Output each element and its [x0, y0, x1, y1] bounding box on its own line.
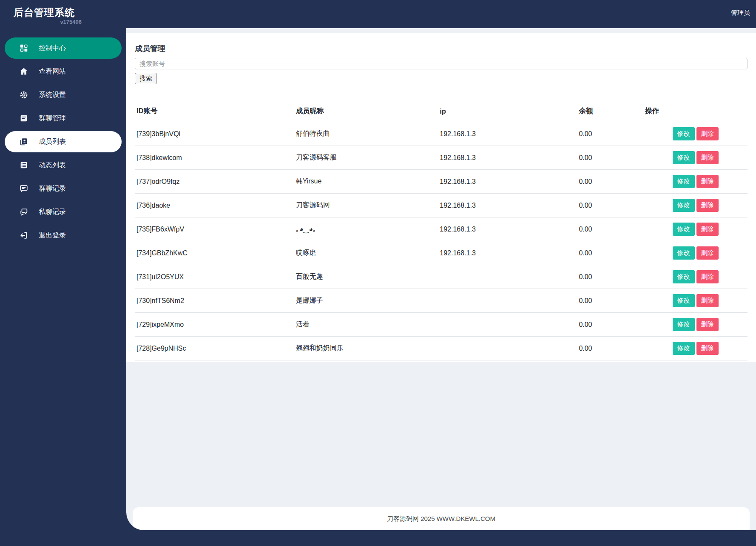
table-row: [731]ul2O5YUX百般无趣0.00修改删除 [135, 265, 747, 289]
member-nickname-cell: 刀客源码客服 [294, 146, 438, 170]
column-header-actions: 操作 [643, 100, 747, 122]
horizontal-scrollbar-track[interactable] [126, 362, 756, 363]
member-balance-cell: 0.00 [577, 170, 643, 194]
member-actions-cell: 修改删除 [643, 337, 747, 360]
sidebar-item-私聊记录[interactable]: 私聊记录 [5, 201, 122, 223]
table-row: [737]odrO9fqz韩Yirsue192.168.1.30.00修改删除 [135, 170, 747, 194]
table-row: [729]ixpeMXmo活着0.00修改删除 [135, 313, 747, 337]
member-nickname-cell: 活着 [294, 313, 438, 337]
member-id-cell: [731]ul2O5YUX [135, 265, 294, 289]
edit-button[interactable]: 修改 [673, 294, 695, 307]
member-nickname-cell: 哎啄磨 [294, 241, 438, 265]
member-id-cell: [738]dkewlcom [135, 146, 294, 170]
sidebar-item-控制中心[interactable]: 控制中心 [5, 37, 122, 59]
member-id-cell: [739]3bBjnVQi [135, 122, 294, 146]
sidebar-item-系统设置[interactable]: 系统设置 [5, 84, 122, 106]
edit-button[interactable]: 修改 [673, 246, 695, 260]
page-title: 成员管理 [135, 43, 747, 54]
edit-button[interactable]: 修改 [673, 270, 695, 283]
sidebar-item-label: 查看网站 [39, 67, 66, 76]
member-ip-cell: 192.168.1.3 [438, 241, 577, 265]
edit-button[interactable]: 修改 [673, 175, 695, 188]
delete-button[interactable]: 删除 [696, 246, 719, 260]
member-actions-cell: 修改删除 [643, 313, 747, 337]
member-ip-cell: 192.168.1.3 [438, 170, 577, 194]
delete-button[interactable]: 删除 [696, 318, 719, 331]
logout-icon [19, 231, 28, 240]
sidebar-item-群聊记录[interactable]: 群聊记录 [5, 178, 122, 199]
edit-button[interactable]: 修改 [673, 342, 695, 355]
member-ip-cell [438, 313, 577, 337]
table-row: [735]FB6xWfpV｡◕‿◕｡192.168.1.30.00修改删除 [135, 217, 747, 241]
sidebar-item-退出登录[interactable]: 退出登录 [5, 225, 122, 246]
sidebar-item-label: 控制中心 [39, 44, 66, 53]
member-ip-cell: 192.168.1.3 [438, 194, 577, 217]
edit-button[interactable]: 修改 [673, 199, 695, 212]
column-header-id: ID账号 [135, 100, 294, 122]
column-header-nickname: 成员昵称 [294, 100, 438, 122]
footer-text: 刀客源码网 2025 WWW.DKEWL.COM [387, 515, 495, 523]
member-actions-cell: 修改删除 [643, 146, 747, 170]
delete-button[interactable]: 删除 [696, 223, 719, 236]
table-row: [728]Ge9pNHSc翘翘和奶奶同乐0.00修改删除 [135, 337, 747, 360]
admin-user-menu[interactable]: 管理员 [731, 9, 750, 17]
main-content-area: 成员管理 搜索 ID账号 成员昵称 ip 余额 操作 [739]3bBjnVQi… [126, 28, 756, 530]
delete-button[interactable]: 删除 [696, 175, 719, 188]
grid-icon [19, 43, 28, 53]
sidebar-item-动态列表[interactable]: 动态列表 [5, 154, 122, 176]
sidebar-item-label: 退出登录 [39, 231, 66, 240]
member-id-cell: [730]nfTS6Nm2 [135, 289, 294, 313]
member-id-cell: [736]daoke [135, 194, 294, 217]
member-nickname-cell: 刀客源码网 [294, 194, 438, 217]
member-balance-cell: 0.00 [577, 194, 643, 217]
member-actions-cell: 修改删除 [643, 170, 747, 194]
table-row: [738]dkewlcom刀客源码客服192.168.1.30.00修改删除 [135, 146, 747, 170]
member-ip-cell [438, 337, 577, 360]
table-row: [730]nfTS6Nm2是娜娜子0.00修改删除 [135, 289, 747, 313]
footer-card: 刀客源码网 2025 WWW.DKEWL.COM [133, 507, 750, 530]
member-balance-cell: 0.00 [577, 337, 643, 360]
sidebar-item-label: 群聊管理 [39, 114, 66, 123]
sidebar-item-成员列表[interactable]: 成员列表 [5, 131, 122, 152]
delete-button[interactable]: 删除 [696, 199, 719, 212]
table-header-row: ID账号 成员昵称 ip 余额 操作 [135, 100, 747, 122]
app-title: 后台管理系统 [14, 7, 75, 18]
sidebar-item-查看网站[interactable]: 查看网站 [5, 61, 122, 82]
member-management-card: 成员管理 搜索 ID账号 成员昵称 ip 余额 操作 [739]3bBjnVQi… [126, 33, 756, 363]
list-icon [19, 160, 28, 170]
delete-button[interactable]: 删除 [696, 127, 719, 140]
member-actions-cell: 修改删除 [643, 265, 747, 289]
app-version: v175406 [14, 19, 82, 25]
member-nickname-cell: 翘翘和奶奶同乐 [294, 337, 438, 360]
member-ip-cell [438, 265, 577, 289]
table-row: [736]daoke刀客源码网192.168.1.30.00修改删除 [135, 194, 747, 217]
member-nickname-cell: 百般无趣 [294, 265, 438, 289]
column-header-balance: 余额 [577, 100, 643, 122]
chat-lines-icon [19, 184, 28, 193]
delete-button[interactable]: 删除 [696, 342, 719, 355]
edit-button[interactable]: 修改 [673, 318, 695, 331]
edit-button[interactable]: 修改 [673, 151, 695, 164]
sidebar-nav: 控制中心查看网站系统设置群聊管理成员列表动态列表群聊记录私聊记录退出登录 [0, 28, 126, 546]
member-id-cell: [737]odrO9fqz [135, 170, 294, 194]
search-input[interactable] [135, 58, 747, 69]
member-id-cell: [728]Ge9pNHSc [135, 337, 294, 360]
member-actions-cell: 修改删除 [643, 122, 747, 146]
member-balance-cell: 0.00 [577, 265, 643, 289]
member-balance-cell: 0.00 [577, 241, 643, 265]
delete-button[interactable]: 删除 [696, 151, 719, 164]
column-header-ip: ip [438, 100, 577, 122]
edit-button[interactable]: 修改 [673, 127, 695, 140]
member-nickname-cell: 韩Yirsue [294, 170, 438, 194]
member-balance-cell: 0.00 [577, 146, 643, 170]
delete-button[interactable]: 删除 [696, 294, 719, 307]
delete-button[interactable]: 删除 [696, 270, 719, 283]
edit-button[interactable]: 修改 [673, 223, 695, 236]
member-ip-cell [438, 289, 577, 313]
sidebar-item-label: 成员列表 [39, 137, 66, 146]
sidebar-item-群聊管理[interactable]: 群聊管理 [5, 108, 122, 129]
member-actions-cell: 修改删除 [643, 194, 747, 217]
search-button[interactable]: 搜索 [135, 73, 157, 84]
member-id-cell: [735]FB6xWfpV [135, 217, 294, 241]
member-balance-cell: 0.00 [577, 122, 643, 146]
